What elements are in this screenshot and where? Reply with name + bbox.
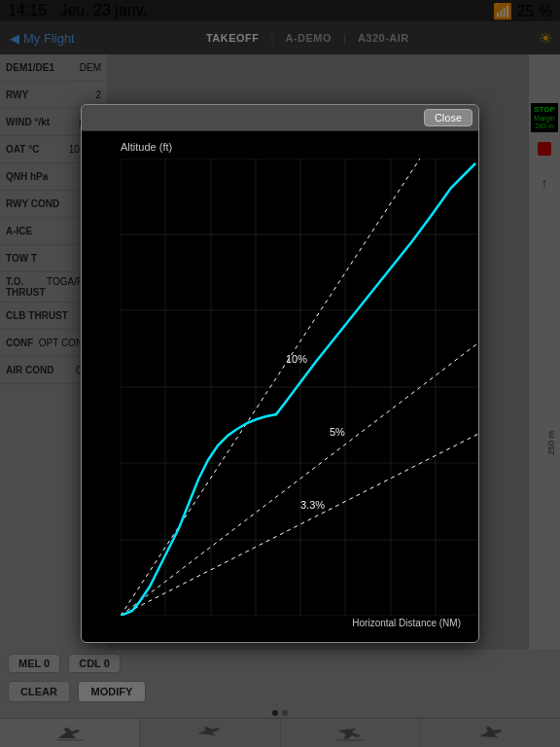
chart-title: Altitude (ft) [121,141,465,153]
x-axis-label: Horizontal Distance (NM) [91,618,465,628]
modal-overlay: Close Altitude (ft) [0,0,560,747]
chart-container: Altitude (ft) [82,131,478,642]
altitude-chart-modal: Close Altitude (ft) [81,104,479,643]
close-button[interactable]: Close [424,109,472,126]
altitude-chart-svg: 1000 3000 5000 7000 9000 11000 13000 0 3… [121,159,479,616]
svg-text:5%: 5% [330,426,345,438]
svg-text:10%: 10% [286,353,307,365]
chart-wrap: 1000 3000 5000 7000 9000 11000 13000 0 3… [121,159,479,616]
svg-text:3.3%: 3.3% [300,499,325,511]
modal-header: Close [82,105,478,131]
